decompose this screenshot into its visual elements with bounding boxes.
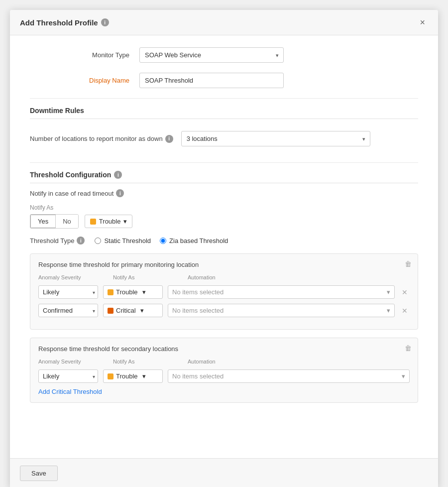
- secondary-auto-header: Automation: [188, 359, 410, 365]
- secondary-row1-notify-label: Trouble: [116, 372, 138, 380]
- secondary-row1-automation-dropdown[interactable]: No items selected ▾: [168, 369, 410, 383]
- add-critical-button[interactable]: Add Critical Threshold: [38, 388, 102, 395]
- primary-row2-automation-dropdown[interactable]: No items selected ▾: [168, 304, 395, 317]
- primary-row-2: Likely Confirmed ▾ Critical ▾ No items s…: [38, 304, 410, 317]
- modal-body: Monitor Type SOAP Web Service HTTP HTTPS…: [10, 35, 438, 458]
- primary-auto-header: Automation: [188, 274, 410, 280]
- threshold-config-info-icon[interactable]: i: [114, 171, 122, 179]
- modal: Add Threshold Profile i × Monitor Type S…: [10, 10, 438, 487]
- locations-select[interactable]: 1 location 2 locations 3 locations 4 loc…: [181, 131, 370, 146]
- modal-title-info-icon[interactable]: i: [101, 18, 109, 26]
- primary-row2-anomaly-select[interactable]: Likely Confirmed: [38, 304, 98, 317]
- threshold-type-label: Threshold Type i: [30, 237, 85, 244]
- zia-threshold-radio-label[interactable]: Zia based Threshold: [160, 237, 228, 244]
- primary-row1-automation-dropdown[interactable]: No items selected ▾: [168, 285, 395, 299]
- primary-row2-notify-chevron-icon: ▾: [140, 307, 144, 314]
- secondary-threshold-box: Response time threshold for secondary lo…: [30, 338, 418, 403]
- secondary-row1-anomaly-select[interactable]: Likely Confirmed: [38, 369, 98, 383]
- primary-row2-automation-placeholder: No items selected: [172, 307, 224, 314]
- secondary-row1-automation-placeholder: No items selected: [172, 372, 224, 380]
- secondary-row1-anomaly-wrap: Likely Confirmed ▾: [38, 369, 98, 383]
- primary-row1-notify-label: Trouble: [116, 288, 138, 296]
- close-button[interactable]: ×: [417, 17, 428, 28]
- static-threshold-text: Static Threshold: [104, 237, 151, 244]
- modal-header: Add Threshold Profile i ×: [10, 10, 438, 35]
- notify-timeout-label: Notify in case of read timeout i: [30, 189, 418, 197]
- secondary-row1-notify-chevron-icon: ▾: [142, 372, 146, 380]
- display-name-label: Display Name: [30, 77, 139, 84]
- add-critical-container: Add Critical Threshold: [38, 388, 410, 395]
- secondary-notify-header: Notify As: [113, 359, 183, 365]
- monitor-type-row: Monitor Type SOAP Web Service HTTP HTTPS…: [30, 47, 418, 63]
- yes-no-group: Yes No: [30, 214, 79, 229]
- yes-button[interactable]: Yes: [30, 215, 56, 228]
- notify-as-label: Notify As: [30, 204, 418, 211]
- primary-row2-remove-button[interactable]: ✕: [400, 307, 410, 315]
- trouble-dropdown[interactable]: Trouble ▾: [85, 215, 133, 228]
- locations-label: Number of locations to report monitor as…: [30, 135, 173, 143]
- monitor-type-select-wrapper: SOAP Web Service HTTP HTTPS ▾: [139, 47, 284, 63]
- primary-threshold-title: Response time threshold for primary moni…: [38, 261, 410, 268]
- secondary-row1-notify-dropdown[interactable]: Trouble ▾: [103, 369, 163, 383]
- secondary-row1-trouble-dot-icon: [108, 373, 113, 379]
- primary-row1-anomaly-select[interactable]: Likely Confirmed: [38, 285, 98, 299]
- primary-row2-anomaly-wrap: Likely Confirmed ▾: [38, 304, 98, 317]
- middle-divider: [30, 162, 418, 163]
- trouble-label: Trouble: [99, 218, 121, 225]
- primary-notify-header: Notify As: [113, 274, 183, 280]
- zia-threshold-text: Zia based Threshold: [169, 237, 228, 244]
- display-name-input[interactable]: SOAP Threshold: [139, 73, 284, 88]
- monitor-type-select[interactable]: SOAP Web Service HTTP HTTPS: [139, 47, 284, 63]
- threshold-type-radio-group: Static Threshold Zia based Threshold: [95, 237, 228, 244]
- secondary-row1-automation-chevron-icon: ▾: [402, 372, 405, 380]
- primary-col-headers: Anomaly Severity Notify As Automation: [38, 274, 410, 282]
- notify-as-row: Yes No Trouble ▾: [30, 214, 418, 229]
- primary-row1-remove-button[interactable]: ✕: [400, 288, 410, 296]
- locations-select-wrapper: 1 location 2 locations 3 locations 4 loc…: [181, 131, 370, 146]
- threshold-type-info-icon[interactable]: i: [77, 237, 85, 244]
- primary-threshold-delete-button[interactable]: 🗑: [405, 260, 412, 268]
- primary-row-1: Likely Confirmed ▾ Trouble ▾ No items se…: [38, 285, 410, 299]
- primary-row1-automation-placeholder: No items selected: [172, 288, 224, 296]
- static-threshold-radio-label[interactable]: Static Threshold: [95, 237, 151, 244]
- notify-timeout-info-icon[interactable]: i: [116, 189, 124, 197]
- display-name-row: Display Name SOAP Threshold: [30, 73, 418, 88]
- secondary-threshold-title: Response time threshold for secondary lo…: [38, 345, 410, 353]
- zia-threshold-radio[interactable]: [160, 238, 166, 244]
- primary-row1-trouble-dot-icon: [108, 289, 113, 295]
- primary-row1-automation-chevron-icon: ▾: [387, 288, 390, 296]
- threshold-type-row: Threshold Type i Static Threshold Zia ba…: [30, 237, 418, 244]
- threshold-config-title: Threshold Configuration i: [30, 171, 418, 183]
- save-button[interactable]: Save: [20, 466, 58, 481]
- downtime-rules-title: Downtime Rules: [30, 107, 418, 119]
- primary-row1-notify-chevron-icon: ▾: [142, 288, 146, 296]
- monitor-type-label: Monitor Type: [30, 51, 139, 59]
- primary-row1-notify-dropdown[interactable]: Trouble ▾: [103, 285, 163, 299]
- modal-title: Add Threshold Profile i: [20, 18, 109, 27]
- threshold-config-section: Threshold Configuration i Notify in case…: [30, 171, 418, 403]
- no-button[interactable]: No: [56, 215, 78, 228]
- secondary-row-1: Likely Confirmed ▾ Trouble ▾ No items se…: [38, 369, 410, 383]
- primary-anomaly-header: Anomaly Severity: [38, 274, 108, 280]
- top-divider: [30, 98, 418, 99]
- trouble-chevron-icon: ▾: [123, 218, 127, 225]
- trouble-dot-icon: [90, 219, 96, 225]
- locations-info-icon[interactable]: i: [165, 135, 173, 143]
- primary-row1-anomaly-wrap: Likely Confirmed ▾: [38, 285, 98, 299]
- modal-footer: Save: [10, 458, 438, 487]
- secondary-threshold-delete-button[interactable]: 🗑: [405, 344, 412, 352]
- primary-row2-notify-label: Critical: [116, 307, 136, 314]
- primary-row2-critical-dot-icon: [108, 308, 113, 314]
- primary-threshold-box: Response time threshold for primary moni…: [30, 253, 418, 330]
- primary-row2-automation-chevron-icon: ▾: [387, 307, 390, 314]
- modal-title-text: Add Threshold Profile: [20, 18, 98, 27]
- downtime-row: Number of locations to report monitor as…: [30, 125, 418, 152]
- downtime-rules-section: Downtime Rules Number of locations to re…: [30, 107, 418, 152]
- secondary-anomaly-header: Anomaly Severity: [38, 359, 108, 365]
- static-threshold-radio[interactable]: [95, 238, 101, 244]
- secondary-col-headers: Anomaly Severity Notify As Automation: [38, 359, 410, 366]
- primary-row2-notify-dropdown[interactable]: Critical ▾: [103, 304, 163, 317]
